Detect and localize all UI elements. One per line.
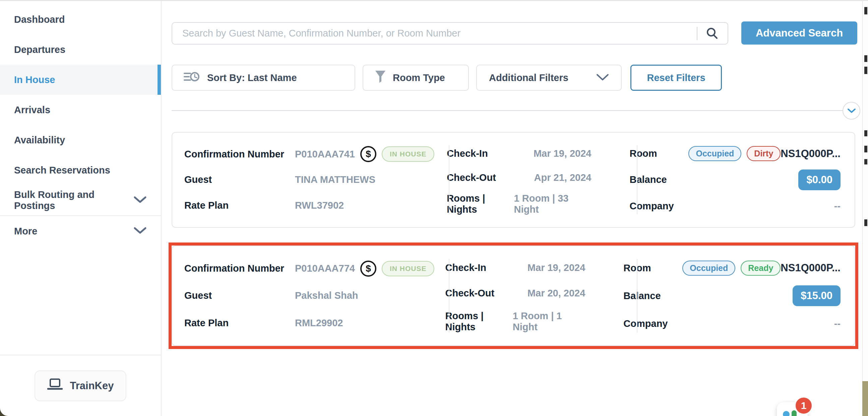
sidebar-nav: Dashboard Departures In House Arrivals A…: [0, 1, 161, 246]
sidebar-item-label: In House: [14, 74, 55, 86]
sidebar-item-label: Search Reservations: [14, 165, 110, 176]
sidebar-item-more[interactable]: More: [0, 216, 161, 246]
check-in-value: Mar 19, 2024: [533, 148, 591, 159]
card-divider: [637, 146, 638, 214]
highlight-red-frame: Confirmation Number P010AAA774 $ IN HOUS…: [168, 243, 858, 349]
folio-dollar-icon[interactable]: $: [360, 146, 376, 162]
balance-button[interactable]: $15.00: [793, 285, 840, 306]
card-room-section: Room Occupied Ready NS1Q000P... Balance …: [611, 246, 855, 345]
card-identity-section: Confirmation Number P010AAA774 $ IN HOUS…: [172, 246, 434, 345]
additional-filters-label: Additional Filters: [489, 72, 568, 84]
sidebar-item-label: Dashboard: [14, 14, 65, 25]
check-in-label: Check-In: [447, 148, 488, 159]
trainkey-button[interactable]: TrainKey: [34, 371, 126, 401]
sidebar-footer: TrainKey: [0, 355, 161, 416]
company-value: --: [834, 318, 840, 329]
sidebar-item-departures[interactable]: Departures: [0, 34, 161, 65]
laptop-icon: [47, 378, 63, 393]
additional-filters-dropdown[interactable]: Additional Filters: [476, 65, 622, 91]
room-label: Room: [623, 263, 682, 274]
confirmation-value: P010AAA774: [295, 263, 355, 274]
sidebar-item-label: Bulk Routing and Postings: [14, 189, 129, 211]
chat-widget-button[interactable]: 1: [777, 402, 808, 416]
search-icon[interactable]: [706, 27, 719, 40]
confirmation-label: Confirmation Number: [184, 263, 295, 274]
in-house-page: Dashboard Departures In House Arrivals A…: [0, 0, 868, 416]
card-divider: [637, 259, 638, 332]
reset-filters-label: Reset Filters: [647, 72, 705, 84]
section-divider: [172, 110, 844, 111]
confirmation-value: P010AAA741: [295, 149, 355, 160]
balance-label: Balance: [629, 174, 666, 185]
guest-value: Pakshal Shah: [295, 290, 358, 301]
sidebar-item-bulk-routing[interactable]: Bulk Routing and Postings: [0, 185, 161, 215]
sidebar-item-dashboard[interactable]: Dashboard: [0, 4, 161, 34]
card-room-section: Room Occupied Dirty NS1Q000P... Balance …: [617, 133, 855, 227]
collapse-filters-button[interactable]: [842, 102, 860, 120]
company-label: Company: [629, 201, 674, 212]
background-window-edge: [862, 1, 868, 416]
chevron-down-icon: [133, 226, 147, 237]
sidebar-item-label: More: [14, 226, 37, 237]
occupied-status-badge: Occupied: [688, 146, 741, 161]
sidebar-item-arrivals[interactable]: Arrivals: [0, 95, 161, 125]
search-input[interactable]: [172, 28, 697, 39]
sort-by-dropdown[interactable]: Sort By: Last Name: [172, 65, 355, 91]
rate-plan-label: Rate Plan: [184, 318, 295, 328]
sidebar-item-label: Arrivals: [14, 104, 50, 116]
check-out-label: Check-Out: [447, 172, 496, 183]
rate-plan-value: RML29902: [295, 318, 343, 328]
rate-plan-value: RWL37902: [295, 200, 344, 211]
sidebar-item-label: Departures: [14, 44, 65, 55]
guest-label: Guest: [184, 290, 295, 301]
card-dates-section: Check-In Mar 19, 2024 Check-Out Mar 20, …: [434, 246, 611, 345]
sidebar-item-label: Availability: [14, 135, 65, 146]
search-bar: [172, 22, 728, 44]
sidebar-item-in-house[interactable]: In House: [0, 65, 161, 95]
card-divider: [449, 146, 450, 214]
balance-button[interactable]: $0.00: [798, 169, 840, 190]
room-type-label: Room Type: [393, 72, 445, 84]
rooms-nights-value: 1 Room | 33 Night: [514, 193, 591, 215]
room-number-value: NS1Q000P...: [780, 148, 840, 160]
search-divider: [697, 27, 698, 40]
card-divider: [449, 259, 450, 332]
check-out-value: Mar 20, 2024: [527, 288, 586, 299]
guest-label: Guest: [184, 174, 295, 185]
in-house-status-badge: IN HOUSE: [382, 147, 435, 162]
company-value: --: [834, 201, 840, 212]
check-out-label: Check-Out: [445, 288, 494, 299]
check-in-label: Check-In: [445, 262, 486, 273]
sidebar-item-availability[interactable]: Availability: [0, 125, 161, 155]
occupied-status-badge: Occupied: [682, 261, 735, 276]
desktop-background-sliver: [862, 381, 868, 416]
room-number-value: NS1Q000P...: [780, 262, 840, 274]
sidebar: Dashboard Departures In House Arrivals A…: [0, 1, 161, 416]
reservation-card[interactable]: Confirmation Number P010AAA774 $ IN HOUS…: [172, 246, 855, 346]
dirty-status-badge: Dirty: [747, 146, 780, 161]
company-label: Company: [623, 318, 668, 329]
sort-icon: [184, 70, 200, 86]
check-in-value: Mar 19, 2024: [527, 262, 586, 273]
room-label: Room: [629, 148, 688, 159]
ready-status-badge: Ready: [741, 261, 780, 276]
advanced-search-button[interactable]: Advanced Search: [741, 22, 857, 44]
rooms-nights-label: Rooms | Nights: [445, 311, 513, 332]
funnel-icon: [375, 70, 386, 86]
in-house-status-badge: IN HOUSE: [382, 261, 435, 276]
reservation-card[interactable]: Confirmation Number P010AAA741 $ IN HOUS…: [172, 132, 855, 228]
reset-filters-button[interactable]: Reset Filters: [630, 65, 722, 91]
trainkey-label: TrainKey: [70, 380, 114, 392]
card-identity-section: Confirmation Number P010AAA741 $ IN HOUS…: [172, 133, 436, 227]
folio-dollar-icon[interactable]: $: [360, 261, 376, 277]
rate-plan-label: Rate Plan: [184, 200, 295, 211]
check-out-value: Apr 21, 2024: [534, 172, 591, 183]
chevron-down-icon: [133, 195, 147, 206]
chevron-down-icon: [596, 72, 609, 84]
balance-label: Balance: [623, 290, 660, 301]
sidebar-item-search-reservations[interactable]: Search Reservations: [0, 155, 161, 185]
guest-value: TINA MATTHEWS: [295, 174, 375, 185]
room-type-filter[interactable]: Room Type: [363, 65, 469, 91]
sort-by-label: Sort By: Last Name: [207, 72, 297, 84]
rooms-nights-value: 1 Room | 1 Night: [513, 311, 586, 332]
